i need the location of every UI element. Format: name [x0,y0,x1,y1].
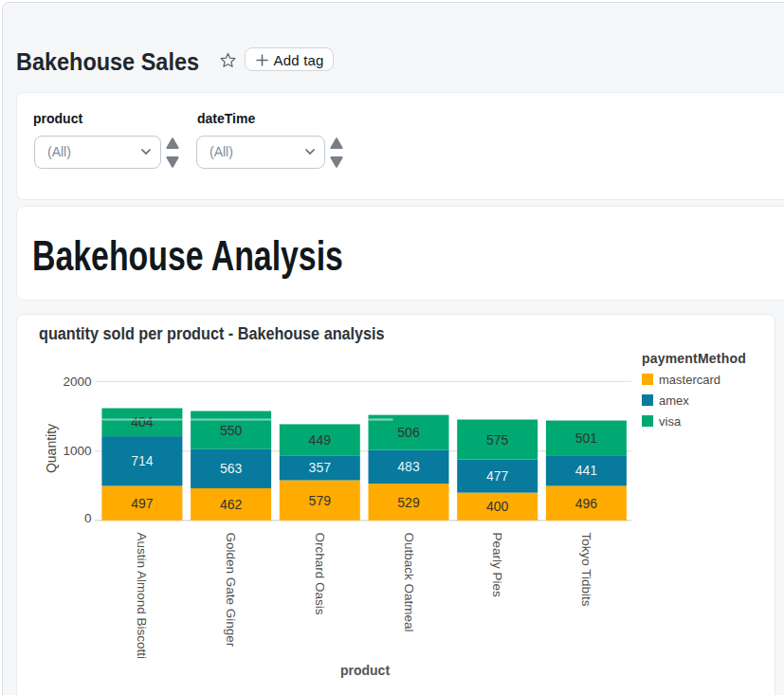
svg-text:501: 501 [575,430,598,446]
svg-text:497: 497 [131,496,154,511]
svg-text:Orchard Oasis: Orchard Oasis [313,533,327,615]
svg-text:579: 579 [309,493,332,508]
svg-text:0: 0 [84,511,92,525]
svg-text:visa: visa [659,414,682,429]
svg-text:404: 404 [131,414,154,430]
svg-text:357: 357 [309,460,332,475]
svg-text:462: 462 [220,497,243,512]
svg-text:Outback Oatmeal: Outback Oatmeal [402,533,416,632]
svg-text:Austin Almond Biscotti: Austin Almond Biscotti [135,533,149,660]
svg-text:483: 483 [397,459,420,474]
svg-text:477: 477 [486,468,509,484]
svg-text:529: 529 [397,495,420,510]
svg-text:1000: 1000 [63,444,91,458]
svg-text:product: product [340,663,390,678]
svg-text:449: 449 [309,432,332,448]
svg-text:506: 506 [397,425,420,440]
svg-text:Golden Gate Ginger: Golden Gate Ginger [224,533,238,648]
svg-text:496: 496 [575,496,598,511]
svg-text:714: 714 [131,453,154,468]
svg-text:paymentMethod: paymentMethod [642,351,746,366]
svg-text:563: 563 [220,461,243,476]
svg-text:575: 575 [486,432,509,448]
svg-text:mastercard: mastercard [659,373,720,387]
svg-text:Tokyo Tidbits: Tokyo Tidbits [579,533,593,607]
svg-text:400: 400 [486,499,509,514]
svg-text:2000: 2000 [63,375,91,389]
svg-text:Pearly Pies: Pearly Pies [490,533,504,598]
svg-text:550: 550 [220,423,243,438]
svg-text:Quantity: Quantity [44,424,59,473]
svg-text:amex: amex [659,393,689,408]
svg-text:441: 441 [575,463,598,478]
